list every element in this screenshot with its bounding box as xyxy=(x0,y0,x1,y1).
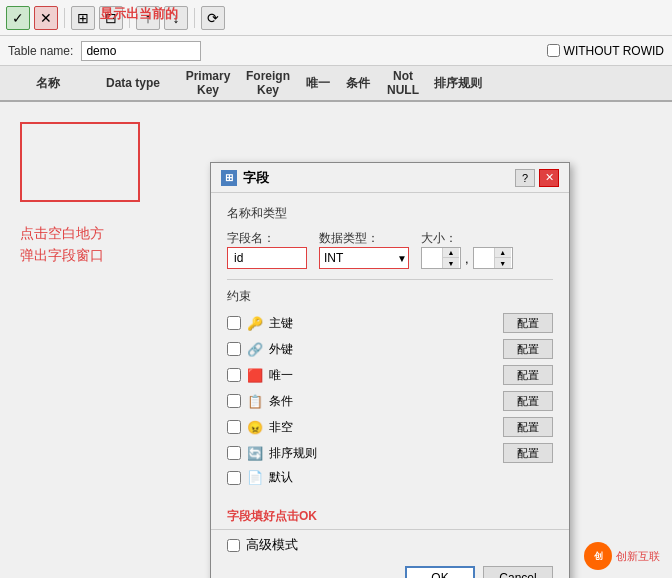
constraint-nn-config[interactable]: 配置 xyxy=(503,417,553,437)
col-header-datatype: Data type xyxy=(88,76,178,90)
dialog-close-button[interactable]: ✕ xyxy=(539,169,559,187)
column-headers: 名称 Data type PrimaryKey ForeignKey 唯一 条件… xyxy=(0,66,672,102)
main-area: 点击空白地方 弹出字段窗口 ⊞ 字段 ? ✕ 名称和类型 字段名： xyxy=(0,102,672,578)
table-name-input[interactable] xyxy=(81,41,201,61)
col-header-annotation: 显示出当前的 xyxy=(100,5,178,23)
cancel-button[interactable]: Cancel xyxy=(483,566,553,578)
dialog-help-button[interactable]: ? xyxy=(515,169,535,187)
col-header-unique: 唯一 xyxy=(298,75,338,92)
dialog-title-text: 字段 xyxy=(243,169,269,187)
size-row: ▲ ▼ , ▲ ▼ xyxy=(421,247,513,269)
ok-button[interactable]: OK xyxy=(405,566,475,578)
spinner-down-1[interactable]: ▼ xyxy=(443,258,459,268)
size-separator: , xyxy=(465,251,469,266)
dialog-buttons: OK Cancel xyxy=(211,560,569,578)
constraint-nn-row: 😠 非空 配置 xyxy=(227,417,553,437)
col-header-foreign: ForeignKey xyxy=(238,69,298,97)
constraint-chk-row: 📋 条件 配置 xyxy=(227,391,553,411)
advanced-mode-label: 高级模式 xyxy=(246,536,298,554)
spinner-btns-1: ▲ ▼ xyxy=(442,248,459,268)
dialog-controls: ? ✕ xyxy=(515,169,559,187)
dialog-icon: ⊞ xyxy=(221,170,237,186)
constraint-fk-icon: 🔗 xyxy=(247,341,263,357)
size-spinner-1: ▲ ▼ xyxy=(421,247,461,269)
advanced-row: 高级模式 xyxy=(211,529,569,560)
constraint-chk-label: 条件 xyxy=(269,393,503,410)
section-name-type: 名称和类型 xyxy=(227,205,553,222)
constraint-def-icon: 📄 xyxy=(247,470,263,486)
constraint-sort-label: 排序规则 xyxy=(269,445,503,462)
constraint-uniq-checkbox[interactable] xyxy=(227,368,241,382)
col-header-primary: PrimaryKey xyxy=(178,69,238,97)
field-type-group: 数据类型： INT TEXT REAL BLOB NUMERIC ▼ xyxy=(319,230,409,269)
data-type-select-wrapper: INT TEXT REAL BLOB NUMERIC ▼ xyxy=(319,247,409,269)
constraint-fk-row: 🔗 外键 配置 xyxy=(227,339,553,359)
toolbar-separator-1 xyxy=(64,8,65,28)
dialog-body: 名称和类型 字段名： 数据类型： INT TEXT REAL BLOB NUME xyxy=(211,193,569,504)
field-name-input[interactable] xyxy=(227,247,307,269)
without-rowid-container: WITHOUT ROWID xyxy=(547,44,664,58)
constraint-chk-config[interactable]: 配置 xyxy=(503,391,553,411)
constraint-chk-checkbox[interactable] xyxy=(227,394,241,408)
confirm-button[interactable]: ✓ xyxy=(6,6,30,30)
constraint-pk-config[interactable]: 配置 xyxy=(503,313,553,333)
constraint-pk-icon: 🔑 xyxy=(247,315,263,331)
constraint-def-checkbox[interactable] xyxy=(227,471,241,485)
constraint-uniq-icon: 🟥 xyxy=(247,367,263,383)
constraint-def-row: 📄 默认 xyxy=(227,469,553,486)
constraint-def-label: 默认 xyxy=(269,469,553,486)
watermark-text: 创新互联 xyxy=(616,549,660,564)
constraint-pk-row: 🔑 主键 配置 xyxy=(227,313,553,333)
constraint-pk-checkbox[interactable] xyxy=(227,316,241,330)
constraint-uniq-config[interactable]: 配置 xyxy=(503,365,553,385)
without-rowid-checkbox[interactable] xyxy=(547,44,560,57)
grid-button[interactable]: ⊞ xyxy=(71,6,95,30)
size-input-1[interactable] xyxy=(422,252,442,264)
data-type-label: 数据类型： xyxy=(319,230,409,247)
constraint-uniq-row: 🟥 唯一 配置 xyxy=(227,365,553,385)
advanced-mode-checkbox[interactable] xyxy=(227,539,240,552)
constraint-nn-checkbox[interactable] xyxy=(227,420,241,434)
field-name-row: 字段名： 数据类型： INT TEXT REAL BLOB NUMERIC ▼ xyxy=(227,230,553,269)
constraint-sort-config[interactable]: 配置 xyxy=(503,443,553,463)
section-divider-1 xyxy=(227,279,553,280)
constraint-pk-label: 主键 xyxy=(269,315,503,332)
constraint-fk-checkbox[interactable] xyxy=(227,342,241,356)
size-group: 大小： ▲ ▼ , ▲ xyxy=(421,230,513,269)
spinner-up-2[interactable]: ▲ xyxy=(495,248,511,258)
col-header-sort: 排序规则 xyxy=(428,75,488,92)
field-name-label-group: 字段名： xyxy=(227,230,307,269)
col-header-notnull: NotNULL xyxy=(378,69,428,97)
table-name-label: Table name: xyxy=(8,44,73,58)
without-rowid-label: WITHOUT ROWID xyxy=(564,44,664,58)
undo-button[interactable]: ⟳ xyxy=(201,6,225,30)
dialog-titlebar: ⊞ 字段 ? ✕ xyxy=(211,163,569,193)
constraint-chk-icon: 📋 xyxy=(247,393,263,409)
col-header-name: 名称 xyxy=(8,75,88,92)
constraint-nn-icon: 😠 xyxy=(247,419,263,435)
watermark: 创 创新互联 xyxy=(584,542,660,570)
size-input-2[interactable] xyxy=(474,252,494,264)
constraint-sort-row: 🔄 排序规则 配置 xyxy=(227,443,553,463)
constraint-uniq-label: 唯一 xyxy=(269,367,503,384)
data-type-select[interactable]: INT TEXT REAL BLOB NUMERIC xyxy=(319,247,409,269)
constraints-section: 🔑 主键 配置 🔗 外键 配置 🟥 唯一 配置 xyxy=(227,313,553,486)
field-name-label: 字段名： xyxy=(227,230,307,247)
spinner-btns-2: ▲ ▼ xyxy=(494,248,511,268)
dialog-title-left: ⊞ 字段 xyxy=(221,169,269,187)
constraint-sort-icon: 🔄 xyxy=(247,445,263,461)
size-label: 大小： xyxy=(421,230,513,247)
constraint-fk-config[interactable]: 配置 xyxy=(503,339,553,359)
constraints-title: 约束 xyxy=(227,288,553,305)
constraint-sort-checkbox[interactable] xyxy=(227,446,241,460)
left-annotation: 点击空白地方 弹出字段窗口 xyxy=(0,102,210,578)
annotation-text: 点击空白地方 弹出字段窗口 xyxy=(20,222,104,267)
constraint-nn-label: 非空 xyxy=(269,419,503,436)
annotation-line1: 点击空白地方 xyxy=(20,225,104,241)
table-name-row: Table name: WITHOUT ROWID xyxy=(0,36,672,66)
constraint-fk-label: 外键 xyxy=(269,341,503,358)
close-button[interactable]: ✕ xyxy=(34,6,58,30)
spinner-up-1[interactable]: ▲ xyxy=(443,248,459,258)
spinner-down-2[interactable]: ▼ xyxy=(495,258,511,268)
watermark-logo: 创 xyxy=(584,542,612,570)
